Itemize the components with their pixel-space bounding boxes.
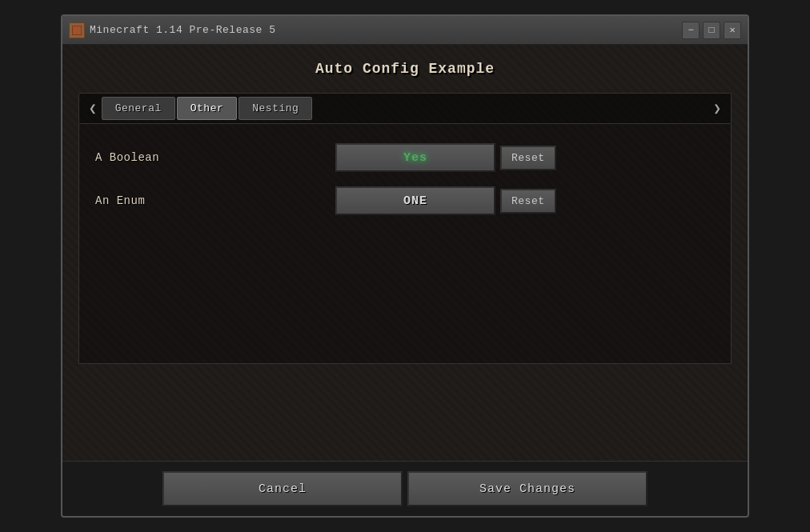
cancel-button[interactable]: Cancel: [162, 471, 403, 506]
enum-toggle-button[interactable]: ONE: [335, 186, 495, 215]
tab-arrow-left[interactable]: ❮: [84, 99, 102, 118]
maximize-button[interactable]: □: [703, 22, 720, 39]
titlebar-left: Minecraft 1.14 Pre-Release 5: [69, 22, 275, 38]
tab-arrow-right[interactable]: ❯: [708, 99, 726, 118]
window-title: Minecraft 1.14 Pre-Release 5: [90, 24, 275, 36]
save-changes-button[interactable]: Save Changes: [407, 471, 648, 506]
minimize-button[interactable]: −: [682, 22, 700, 39]
enum-label: An Enum: [95, 194, 335, 207]
boolean-control: Yes Reset: [335, 143, 556, 172]
tab-other[interactable]: Other: [177, 97, 238, 120]
enum-reset-button[interactable]: Reset: [500, 189, 556, 214]
titlebar-controls: − □ ✕: [682, 22, 741, 39]
boolean-label: A Boolean: [95, 151, 335, 164]
tab-general[interactable]: General: [102, 97, 175, 120]
enum-control: ONE Reset: [335, 186, 556, 215]
titlebar: Minecraft 1.14 Pre-Release 5 − □ ✕: [62, 16, 748, 45]
tab-nesting[interactable]: Nesting: [239, 97, 312, 120]
close-button[interactable]: ✕: [724, 22, 741, 39]
config-area: A Boolean Yes Reset An Enum ONE Reset: [78, 124, 732, 364]
boolean-toggle-button[interactable]: Yes: [335, 143, 495, 172]
page-title: Auto Config Example: [78, 61, 732, 77]
config-row-boolean: A Boolean Yes Reset: [95, 143, 715, 172]
main-window: Minecraft 1.14 Pre-Release 5 − □ ✕ Auto …: [61, 14, 749, 518]
content-area: Auto Config Example ❮ General Other Nest…: [62, 45, 748, 461]
app-icon: [69, 22, 85, 38]
tabs-container: ❮ General Other Nesting ❯: [78, 93, 732, 124]
config-row-enum: An Enum ONE Reset: [95, 186, 715, 215]
footer: Cancel Save Changes: [62, 461, 748, 516]
boolean-reset-button[interactable]: Reset: [500, 146, 556, 170]
tabs-row: General Other Nesting: [102, 97, 709, 120]
